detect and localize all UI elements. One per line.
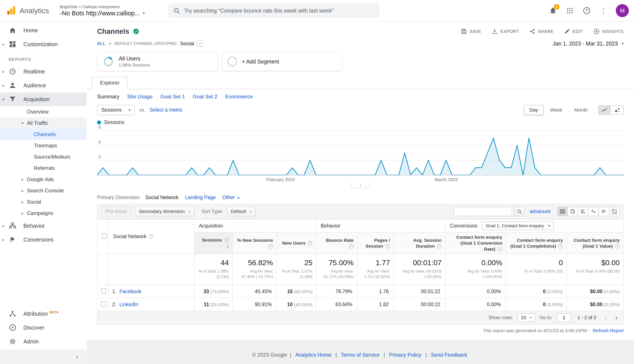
select-all-checkbox[interactable] [102, 233, 107, 238]
refresh-report-link[interactable]: Refresh Report [593, 328, 624, 333]
next-page-button[interactable]: › [613, 314, 620, 321]
global-search-input[interactable] [184, 8, 374, 14]
help-icon[interactable]: ? [385, 244, 390, 248]
analytics-logo[interactable]: Analytics [0, 6, 60, 16]
help-icon[interactable]: ? [437, 244, 442, 248]
sidebar-item-source-medium[interactable]: Source/Medium [0, 151, 87, 162]
sidebar-item-treemaps[interactable]: Treemaps [0, 140, 87, 151]
motion-chart-type-button[interactable] [612, 105, 624, 115]
sidebar-item-admin[interactable]: Admin [0, 334, 87, 348]
term-cloud-view-button[interactable] [599, 207, 609, 216]
segment-all-users[interactable]: All Users 1.98% Sessions [97, 52, 218, 71]
sidebar-item-referrals[interactable]: Referrals [0, 162, 87, 174]
goto-page-input[interactable] [557, 313, 572, 322]
advanced-search-link[interactable]: advanced [530, 209, 550, 214]
chart-plot-area[interactable]: 246 [97, 127, 624, 176]
column-header-avg-session-duration[interactable]: Avg. Session Duration? [394, 232, 445, 254]
footer-link-privacy[interactable]: Privacy Policy [389, 352, 421, 358]
subtab-goal-set-1[interactable]: Goal Set 1 [160, 94, 185, 100]
apps-grid-button[interactable] [562, 3, 577, 18]
footer-link-terms[interactable]: Terms of Service [341, 352, 380, 358]
insights-button[interactable]: INSIGHTS [594, 28, 624, 34]
help-button[interactable]: ? [580, 3, 594, 18]
global-search[interactable] [168, 3, 380, 18]
help-icon[interactable]: ? [615, 244, 620, 248]
column-header-goal-completions[interactable]: Contact form enquiry (Goal 1 Completions… [506, 232, 566, 254]
table-row-facebook[interactable]: 1.Facebook 33(75.00%) 45.45% 15(60.00%) … [97, 285, 624, 298]
notifications-button[interactable]: 1 [546, 3, 560, 18]
column-header-sessions[interactable]: Sessions?↓ [194, 232, 232, 254]
more-options-button[interactable]: ⋮ [596, 3, 611, 18]
percentage-view-button[interactable] [568, 207, 578, 216]
footer-link-analytics-home[interactable]: Analytics Home [295, 352, 332, 358]
dimension-column-header[interactable]: Social Network? [108, 219, 194, 254]
breadcrumb-all-link[interactable]: ALL [97, 41, 106, 46]
sidebar-item-home[interactable]: Home [0, 24, 87, 37]
subtab-goal-set-2[interactable]: Goal Set 2 [193, 94, 217, 100]
subtab-ecommerce[interactable]: Ecommerce [225, 94, 253, 100]
metric-selector[interactable]: Sessions ▾ [97, 105, 135, 115]
column-header-pages-session[interactable]: Pages / Session? [357, 232, 394, 254]
help-icon[interactable]: ? [224, 238, 229, 242]
account-avatar[interactable]: M [616, 4, 629, 17]
sidebar-item-conversions[interactable]: ▸ Conversions [0, 233, 87, 246]
column-header-goal-value[interactable]: Contact form enquiry (Goal 1 Value)? [566, 232, 624, 254]
sidebar-item-all-traffic[interactable]: ▾ All Traffic [0, 118, 87, 129]
dimension-other[interactable]: Other ▾ [222, 194, 239, 200]
collapse-sidebar-icon[interactable]: ‹ [74, 353, 80, 360]
subtab-site-usage[interactable]: Site Usage [127, 94, 152, 100]
help-icon[interactable]: ? [308, 241, 312, 246]
table-row-linkedin[interactable]: 2.LinkedIn 11(25.00%) 90.91% 10(40.00%) … [97, 298, 624, 311]
sidebar-item-acquisition[interactable]: ▾ Acquisition [0, 92, 87, 106]
sidebar-item-behavior[interactable]: ▸ Behavior [0, 219, 87, 233]
sidebar-item-realtime[interactable]: ▸ Realtime [0, 64, 87, 78]
pivot-view-button[interactable] [609, 207, 620, 216]
comparison-view-button[interactable] [588, 207, 599, 216]
sidebar-item-customization[interactable]: ▸ Customization [0, 37, 87, 51]
sessions-line-chart[interactable]: 246 February 2023March 2023 [97, 127, 624, 183]
previous-page-button[interactable]: ‹ [602, 314, 609, 321]
secondary-dimension-button[interactable]: Secondary dimension ▾ [134, 206, 194, 216]
annotations-toggle[interactable]: ▾ [351, 183, 370, 188]
granularity-week-button[interactable]: Week [544, 105, 568, 115]
date-range-picker[interactable]: Jan 1, 2023 - Mar 31, 2023 ▾ [553, 40, 624, 47]
sidebar-item-social[interactable]: ▸ Social [0, 196, 87, 208]
table-search-input[interactable] [454, 207, 511, 216]
column-header-goal-conversion-rate[interactable]: Contact form enquiry (Goal 1 Conversion … [445, 232, 506, 254]
footer-link-feedback[interactable]: Send Feedback [431, 352, 467, 358]
sidebar-item-audience[interactable]: ▸ Audience [0, 78, 87, 92]
help-icon[interactable]: ? [148, 234, 153, 239]
account-switcher[interactable]: BrightSite > Calliope-Interpreters -No B… [60, 4, 145, 17]
column-header-new-sessions-pct[interactable]: % New Sessions? [232, 232, 277, 254]
sidebar-item-search-console[interactable]: ▸ Search Console [0, 185, 87, 196]
column-header-bounce-rate[interactable]: Bounce Rate? [316, 232, 357, 254]
channel-grouping-dropdown[interactable]: ▾ [197, 40, 203, 47]
help-icon[interactable]: ? [558, 244, 563, 248]
sidebar-item-google-ads[interactable]: ▸ Google Ads [0, 174, 87, 185]
granularity-month-button[interactable]: Month [569, 105, 593, 115]
subtab-summary[interactable]: Summary [97, 94, 120, 100]
dimension-landing-page[interactable]: Landing Page [185, 194, 216, 200]
sidebar-item-campaigns[interactable]: ▸ Campaigns [0, 208, 87, 219]
tab-explorer[interactable]: Explorer [92, 77, 128, 89]
sidebar-item-channels[interactable]: Channels [0, 129, 87, 140]
granularity-day-button[interactable]: Day [524, 105, 544, 115]
dimension-social-network[interactable]: Social Network [146, 194, 178, 200]
social-network-link[interactable]: LinkedIn [120, 302, 138, 307]
conversions-goal-selector[interactable]: Goal 1: Contact form enquiry ▾ [482, 222, 554, 230]
column-header-new-users[interactable]: New Users? [277, 232, 316, 254]
row-checkbox[interactable] [101, 301, 106, 306]
select-metric-link[interactable]: Select a metric [150, 107, 183, 113]
data-view-button[interactable] [557, 207, 568, 216]
line-chart-type-button[interactable] [598, 105, 610, 115]
export-button[interactable]: EXPORT [492, 28, 519, 34]
edit-button[interactable]: EDIT [564, 28, 583, 34]
sidebar-item-discover[interactable]: Discover [0, 321, 87, 334]
sort-type-button[interactable]: Default ▾ [227, 206, 256, 216]
sidebar-item-overview[interactable]: Overview [0, 106, 87, 118]
plot-rows-button[interactable]: Plot Rows [101, 206, 131, 216]
social-network-link[interactable]: Facebook [120, 288, 141, 294]
share-button[interactable]: SHARE [529, 28, 554, 34]
add-segment-button[interactable]: + Add Segment [222, 52, 342, 71]
save-button[interactable]: SAVE [461, 28, 481, 34]
